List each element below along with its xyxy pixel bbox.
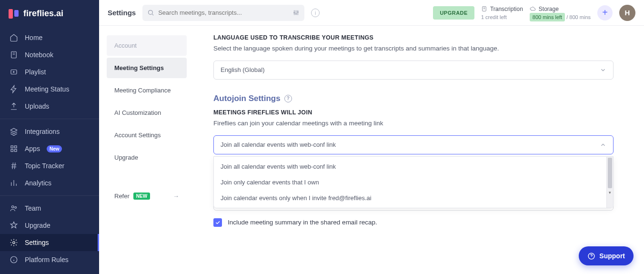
sidebar-item-settings[interactable]: Settings <box>0 234 99 251</box>
arrow-right-icon: → <box>173 193 179 200</box>
svg-point-11 <box>294 12 295 13</box>
info-button[interactable]: i <box>311 9 320 17</box>
team-icon <box>10 204 18 213</box>
include-summary-label: Include meeting summary in the shared em… <box>228 219 377 226</box>
language-heading: LANGUAGE USED TO TRANSCRIBE YOUR MEETING… <box>213 34 614 41</box>
sidebar-label: Team <box>25 204 41 212</box>
search-input[interactable] <box>158 9 289 16</box>
hash-icon <box>10 162 18 170</box>
sidebar-label: Meeting Status <box>25 85 69 93</box>
sidebar-item-analytics[interactable]: Analytics <box>0 174 99 192</box>
sidebar-label: Playlist <box>25 68 46 76</box>
logo[interactable]: fireflies.ai <box>0 7 99 27</box>
sidebar-label: Home <box>25 34 42 41</box>
svg-rect-4 <box>11 150 13 152</box>
support-button[interactable]: Support <box>579 246 634 265</box>
layers-icon <box>10 127 18 136</box>
sidebar-label: Notebook <box>25 51 53 59</box>
help-icon[interactable]: ? <box>284 95 292 102</box>
new-badge: NEW <box>133 193 150 200</box>
subnav-meeting-compliance[interactable]: Meeting Compliance <box>107 80 187 101</box>
subnav-refer[interactable]: ReferNEW→ <box>107 186 187 206</box>
sidebar-item-topic-tracker[interactable]: Topic Tracker <box>0 157 99 174</box>
settings-subnav: Account Meeting Settings Meeting Complia… <box>99 26 194 274</box>
help-circle-icon <box>587 252 595 260</box>
transcription-stat: Transcription 1 credit left <box>481 6 523 20</box>
sidebar-item-integrations[interactable]: Integrations <box>0 123 99 140</box>
sidebar-item-upgrade[interactable]: Upgrade <box>0 217 99 234</box>
topbar: Settings i UPGRADE Transcription 1 credi… <box>99 0 644 26</box>
sidebar-item-team[interactable]: Team <box>0 200 99 217</box>
subnav-account[interactable]: Account <box>107 35 187 56</box>
upload-icon <box>10 102 18 111</box>
sidebar-label: Upgrade <box>25 222 50 229</box>
chart-icon <box>10 179 18 187</box>
scrollbar[interactable]: ▾ <box>606 157 613 208</box>
subnav-upgrade[interactable]: Upgrade <box>107 147 187 168</box>
sliders-icon[interactable] <box>292 9 300 16</box>
sidebar-label: Integrations <box>25 128 60 135</box>
svg-point-7 <box>15 207 17 209</box>
autojoin-option[interactable]: Join only calendar events that I own <box>214 174 606 190</box>
sidebar-label: Topic Tracker <box>25 162 64 170</box>
autojoin-value: Join all calendar events with web-conf l… <box>221 141 336 148</box>
svg-point-6 <box>12 206 14 208</box>
autojoin-section-title: Autojoin Settings ? <box>213 94 614 103</box>
logo-icon <box>9 9 19 19</box>
svg-rect-5 <box>15 150 17 152</box>
info-icon <box>10 255 18 264</box>
avatar[interactable]: H <box>619 5 635 21</box>
sidebar-label: Settings <box>25 239 49 246</box>
gear-icon <box>10 238 18 247</box>
subnav-meeting-settings[interactable]: Meeting Settings <box>107 58 187 78</box>
join-heading: MEETINGS FIREFLIES WILL JOIN <box>213 109 614 116</box>
sidebar-label: Apps <box>25 145 40 152</box>
playlist-icon <box>10 68 18 76</box>
search-box[interactable] <box>142 5 304 21</box>
include-summary-checkbox[interactable] <box>213 218 222 227</box>
add-button[interactable]: + <box>597 5 613 20</box>
content: LANGUAGE USED TO TRANSCRIBE YOUR MEETING… <box>194 26 633 274</box>
sidebar-item-notebook[interactable]: Notebook <box>0 46 99 63</box>
language-description: Select the language spoken during your m… <box>213 44 614 54</box>
svg-point-12 <box>296 13 297 14</box>
brand-name: fireflies.ai <box>23 9 63 19</box>
search-icon <box>147 9 154 16</box>
sidebar-label: Platform Rules <box>25 256 69 264</box>
sidebar-label: Analytics <box>25 179 51 187</box>
svg-point-8 <box>13 242 15 244</box>
sidebar-item-platform-rules[interactable]: Platform Rules <box>0 251 99 268</box>
sidebar-item-meeting-status[interactable]: Meeting Status <box>0 81 99 98</box>
storage-stat: Storage 800 mins left / 800 mins <box>530 6 591 20</box>
svg-rect-2 <box>11 146 13 148</box>
svg-rect-0 <box>11 51 17 58</box>
sidebar-item-playlist[interactable]: Playlist <box>0 63 99 81</box>
grid-icon <box>10 144 18 153</box>
sidebar: fireflies.ai Home Notebook Playlist Meet… <box>0 0 99 274</box>
subnav-account-settings[interactable]: Account Settings <box>107 125 187 145</box>
star-icon <box>10 221 18 230</box>
language-value: English (Global) <box>221 66 265 73</box>
language-select[interactable]: English (Global) <box>213 61 614 80</box>
notebook-icon <box>10 51 18 59</box>
autojoin-option[interactable]: Join calendar events only when I invite … <box>214 190 606 206</box>
join-description: Fireflies can join your calendar meeting… <box>213 119 614 129</box>
svg-point-13 <box>297 11 298 12</box>
sidebar-label: Uploads <box>25 102 49 110</box>
new-badge: New <box>47 145 62 152</box>
autojoin-dropdown: Join all calendar events with web-conf l… <box>213 156 614 208</box>
upgrade-button[interactable]: UPGRADE <box>433 6 474 20</box>
home-icon <box>10 33 18 42</box>
cloud-icon <box>530 6 536 12</box>
svg-point-10 <box>149 10 153 15</box>
autojoin-option[interactable]: Join all calendar events with web-conf l… <box>214 159 606 174</box>
sidebar-item-apps[interactable]: AppsNew <box>0 140 99 157</box>
chevron-down-icon <box>600 67 606 73</box>
include-summary-row: Include meeting summary in the shared em… <box>213 218 614 227</box>
autojoin-select[interactable]: Join all calendar events with web-conf l… <box>213 135 614 154</box>
file-icon <box>481 6 487 12</box>
page-title: Settings <box>108 9 136 17</box>
sidebar-item-home[interactable]: Home <box>0 29 99 46</box>
sidebar-item-uploads[interactable]: Uploads <box>0 98 99 115</box>
subnav-ai-customization[interactable]: AI Customization <box>107 102 187 123</box>
